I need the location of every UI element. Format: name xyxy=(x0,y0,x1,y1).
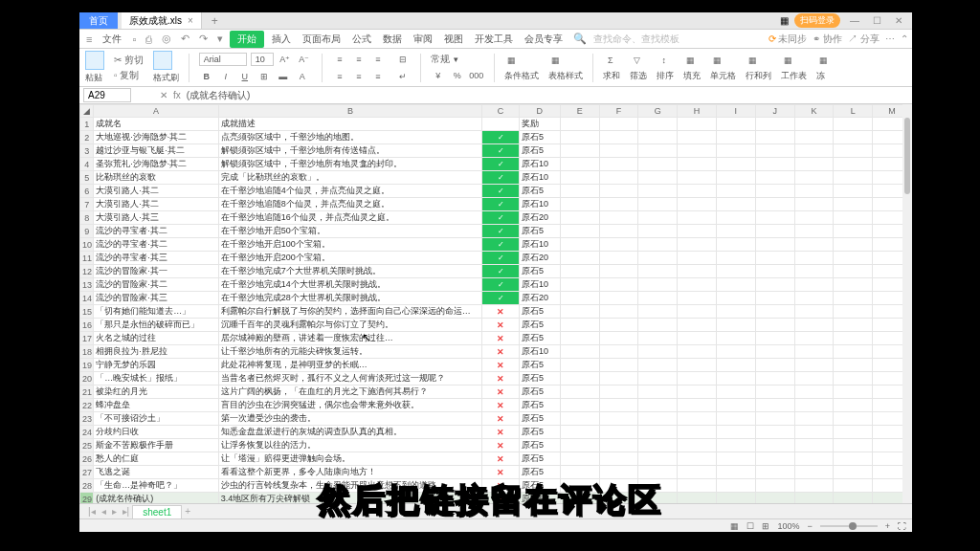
cell[interactable] xyxy=(560,211,599,225)
row-header[interactable]: 3 xyxy=(80,144,94,158)
cell[interactable] xyxy=(794,386,834,399)
cell[interactable] xyxy=(638,238,678,252)
cell[interactable] xyxy=(834,292,873,305)
cell[interactable] xyxy=(716,158,755,171)
cell[interactable] xyxy=(678,399,717,412)
cell[interactable] xyxy=(560,118,599,131)
cell[interactable]: 原石5 xyxy=(519,359,560,372)
cell[interactable] xyxy=(638,412,678,426)
cell[interactable] xyxy=(834,252,873,265)
cell[interactable] xyxy=(834,265,873,278)
undo-icon[interactable]: ↶ xyxy=(178,33,192,45)
cell[interactable] xyxy=(716,319,755,332)
cell[interactable] xyxy=(794,412,834,426)
table-row[interactable]: 15「切有她们能知道去…」利露帕尔自行解脱了与你的契约，选择面向自己心深深远的命… xyxy=(80,305,912,319)
cell[interactable] xyxy=(678,305,717,319)
login-button[interactable]: 扫码登录 xyxy=(794,13,840,28)
cell[interactable] xyxy=(560,265,599,278)
table-row[interactable]: 8大漠引路人·其三在千壑沙地追随16个仙灵，并点亮仙灵之庭。✓原石20 xyxy=(80,211,912,225)
cell[interactable]: 原石5 xyxy=(519,452,560,466)
row-header[interactable]: 8 xyxy=(80,211,94,225)
cell[interactable] xyxy=(755,493,794,504)
cell[interactable]: 盲目的沙虫在沙洞突猛进，偶尔也会带来意外收获。 xyxy=(218,399,481,412)
border-button[interactable]: ⊞ xyxy=(256,69,272,84)
sum-icon[interactable]: Σ xyxy=(603,53,618,68)
row-header[interactable]: 23 xyxy=(80,412,94,426)
cell[interactable] xyxy=(794,225,834,238)
cell[interactable]: 比勒琪丝的哀歌 xyxy=(94,171,219,185)
cell[interactable] xyxy=(599,185,638,198)
cell[interactable]: ✕ xyxy=(482,359,520,372)
review-menu[interactable]: 审阅 xyxy=(410,33,436,46)
align-mid-icon[interactable]: ≡ xyxy=(351,52,367,67)
cell-style-icon[interactable]: ▦ xyxy=(548,53,564,68)
cell[interactable] xyxy=(599,131,638,144)
cell[interactable] xyxy=(834,118,873,131)
cell[interactable] xyxy=(794,131,834,144)
col-header-J[interactable]: J xyxy=(755,105,794,118)
cell[interactable] xyxy=(560,359,599,372)
cell[interactable]: 原石5 xyxy=(519,305,560,319)
collab-button[interactable]: ⚭ 协作 xyxy=(813,33,842,46)
more-icon[interactable]: ⋯ xyxy=(885,33,895,44)
cell[interactable] xyxy=(678,158,717,171)
cell[interactable] xyxy=(794,439,834,452)
cell[interactable] xyxy=(716,332,755,345)
cell[interactable]: 在千壑沙地完成28个大世界机关限时挑战。 xyxy=(218,292,481,305)
cell[interactable] xyxy=(560,225,599,238)
cell[interactable] xyxy=(716,493,755,504)
menu-icon[interactable]: ≡ xyxy=(83,33,95,45)
cell[interactable]: 解锁须弥区域中，千壑沙地所有地灵龛的封印。 xyxy=(218,158,481,171)
cell[interactable]: 在千壑沙地追随8个仙灵，并点亮仙灵之庭。 xyxy=(218,198,481,211)
decrease-font-icon[interactable]: A⁻ xyxy=(297,52,312,67)
number-format-select[interactable]: 常规 xyxy=(431,53,450,66)
cell[interactable] xyxy=(755,171,794,185)
row-header[interactable]: 29 xyxy=(80,493,94,504)
merge-button[interactable]: ⊟ xyxy=(395,52,411,67)
cell[interactable] xyxy=(678,493,717,504)
cell[interactable] xyxy=(678,319,717,332)
cell[interactable] xyxy=(794,252,834,265)
col-header-I[interactable]: I xyxy=(716,105,755,118)
cell[interactable]: ✓ xyxy=(482,185,520,198)
worksheet-icon[interactable]: ▦ xyxy=(781,53,796,68)
cell[interactable] xyxy=(599,466,638,479)
cell[interactable] xyxy=(599,319,638,332)
cell[interactable] xyxy=(716,292,755,305)
view-break-icon[interactable]: ⊞ xyxy=(762,521,769,531)
table-row[interactable]: 21被染红的月光这片广阔的枫扬，「在血红的月光之下施洒何其易行？✕原石5 xyxy=(80,386,912,399)
cell[interactable]: 原石5 xyxy=(519,319,560,332)
cell[interactable]: 在千壑沙地开启50个宝箱。 xyxy=(218,225,481,238)
cell[interactable]: 原石10 xyxy=(519,238,560,252)
cell[interactable]: ✕ xyxy=(482,372,520,386)
cell[interactable] xyxy=(638,118,678,131)
cell[interactable]: 大漠引路人·其三 xyxy=(94,211,219,225)
cell[interactable] xyxy=(560,452,599,466)
cell[interactable] xyxy=(794,211,834,225)
cell[interactable] xyxy=(599,278,638,292)
cell[interactable] xyxy=(834,466,873,479)
cell[interactable]: 利露帕尔自行解脱了与你的契约，选择面向自己心深深远的命运… xyxy=(218,305,481,319)
cell[interactable]: 流沙的冒险家·其一 xyxy=(94,265,219,278)
cell[interactable] xyxy=(638,439,678,452)
row-header[interactable]: 1 xyxy=(80,118,94,131)
cell[interactable] xyxy=(560,292,599,305)
file-menu[interactable]: 文件 xyxy=(99,33,125,46)
filter-icon[interactable]: ▽ xyxy=(630,53,645,68)
cell[interactable] xyxy=(716,225,755,238)
cell[interactable] xyxy=(794,305,834,319)
cell[interactable]: 在千壑沙地开启200个宝箱。 xyxy=(218,252,481,265)
cell[interactable] xyxy=(678,466,717,479)
table-row[interactable]: 6大漠引路人·其二在千壑沙地追随4个仙灵，并点亮仙灵之庭。✓原石5 xyxy=(80,185,912,198)
select-all-cell[interactable]: ◢ xyxy=(80,105,94,118)
cell[interactable]: 飞逃之诞 xyxy=(94,466,219,479)
align-bot-icon[interactable]: ≡ xyxy=(370,52,386,67)
close-tab-icon[interactable]: × xyxy=(188,15,193,26)
cell[interactable]: 宁静无梦的乐园 xyxy=(94,359,219,372)
view-normal-icon[interactable]: ▦ xyxy=(730,521,739,531)
cell[interactable]: 原石10 xyxy=(519,345,560,359)
row-header[interactable]: 9 xyxy=(80,225,94,238)
col-header-F[interactable]: F xyxy=(599,105,638,118)
cell[interactable] xyxy=(599,238,638,252)
sort-icon[interactable]: ↕ xyxy=(657,53,672,68)
